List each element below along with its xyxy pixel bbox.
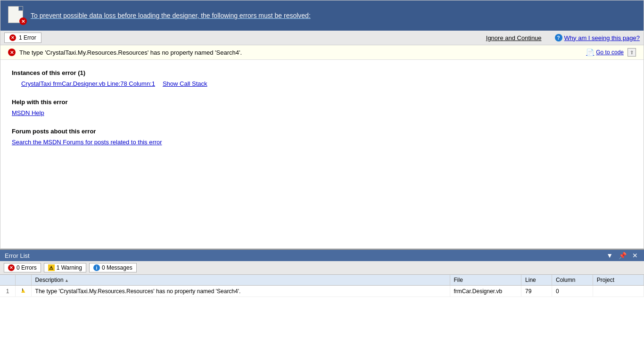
warning-icon xyxy=(20,288,26,293)
instances-section: Instances of this error (1) CrystalTaxi … xyxy=(12,69,632,87)
pin-button[interactable]: 📌 xyxy=(617,252,628,259)
header-row: Description File Line Column Project xyxy=(0,275,644,286)
error-item-row: ✕ The type 'CrystalTaxi.My.Resources.Res… xyxy=(0,45,644,60)
errors-count: 0 Errors xyxy=(17,264,37,271)
error-list-panel: Error List ▼ 📌 ✕ ✕ 0 Errors ⚠ 1 Warning … xyxy=(0,249,644,362)
show-call-stack-link[interactable]: Show Call Stack xyxy=(163,80,207,87)
warnings-filter-button[interactable]: ⚠ 1 Warning xyxy=(44,263,86,272)
help-circle-icon: ? xyxy=(555,34,562,41)
table-header: Description File Line Column Project xyxy=(0,275,644,286)
errors-icon: ✕ xyxy=(8,264,15,271)
why-link-container: ? Why am I seeing this page? xyxy=(555,34,640,41)
error-tab-bar: ✕ 1 Error Ignore and Continue ? Why am I… xyxy=(0,31,644,45)
table-body: 1 The type 'CrystalTaxi.My.Resources.Res… xyxy=(0,286,644,297)
designer-header: ✕ To prevent possible data loss before l… xyxy=(0,0,644,31)
table-row[interactable]: 1 The type 'CrystalTaxi.My.Resources.Res… xyxy=(0,286,644,297)
error-list-toolbar: ✕ 0 Errors ⚠ 1 Warning i 0 Messages xyxy=(0,261,644,275)
goto-code-icon: 📄 xyxy=(586,49,594,56)
messages-icon: i xyxy=(93,264,100,271)
row-num: 1 xyxy=(0,286,15,297)
row-description: The type 'CrystalTaxi.My.Resources.Resou… xyxy=(31,286,450,297)
help-section: Help with this error MSDN Help xyxy=(12,99,632,116)
col-description[interactable]: Description xyxy=(31,275,450,286)
titlebar-actions: ▼ 📌 ✕ xyxy=(605,252,639,259)
row-line: 79 xyxy=(521,286,552,297)
instance-list: CrystalTaxi frmCar.Designer.vb Line:78 C… xyxy=(12,80,632,87)
error-tab[interactable]: ✕ 1 Error xyxy=(4,33,41,43)
warnings-icon: ⚠ xyxy=(48,264,55,271)
file-error-icon: ✕ xyxy=(8,6,25,25)
col-num xyxy=(0,275,15,286)
messages-count: 0 Messages xyxy=(102,264,132,271)
error-tab-label: 1 Error xyxy=(19,34,36,41)
error-table-element: Description File Line Column Project 1 T… xyxy=(0,275,644,297)
designer-panel: ✕ To prevent possible data loss before l… xyxy=(0,0,644,249)
msdn-help-link[interactable]: MSDN Help xyxy=(12,109,44,116)
col-project[interactable]: Project xyxy=(593,275,644,286)
row-column: 0 xyxy=(552,286,593,297)
designer-header-text: To prevent possible data loss before loa… xyxy=(31,12,311,19)
row-file: frmCar.Designer.vb xyxy=(450,286,521,297)
warnings-count: 1 Warning xyxy=(57,264,82,271)
error-list-titlebar: Error List ▼ 📌 ✕ xyxy=(0,250,644,261)
forum-section: Forum posts about this error Search the … xyxy=(12,128,632,146)
ignore-continue-button[interactable]: Ignore and Continue xyxy=(486,34,542,41)
dropdown-button[interactable]: ▼ xyxy=(605,252,614,259)
collapse-button[interactable]: ⇧ xyxy=(627,48,636,57)
error-tab-icon: ✕ xyxy=(9,34,16,41)
error-table: Description File Line Column Project 1 T… xyxy=(0,275,644,362)
error-list-title: Error List xyxy=(5,252,603,259)
why-link[interactable]: Why am I seeing this page? xyxy=(564,34,640,41)
col-icon xyxy=(15,275,31,286)
goto-code-link[interactable]: 📄 Go to code xyxy=(586,49,624,56)
close-button[interactable]: ✕ xyxy=(631,252,639,259)
error-detail-panel: Instances of this error (1) CrystalTaxi … xyxy=(0,60,644,248)
row-icon-cell xyxy=(15,286,31,297)
error-item-text: The type 'CrystalTaxi.My.Resources.Resou… xyxy=(19,49,582,56)
instance-item-1: CrystalTaxi frmCar.Designer.vb Line:78 C… xyxy=(21,80,632,87)
col-file[interactable]: File xyxy=(450,275,521,286)
error-item-icon: ✕ xyxy=(8,49,16,56)
messages-filter-button[interactable]: i 0 Messages xyxy=(89,263,137,272)
col-line[interactable]: Line xyxy=(521,275,552,286)
errors-filter-button[interactable]: ✕ 0 Errors xyxy=(4,263,41,272)
col-column[interactable]: Column xyxy=(552,275,593,286)
goto-code-label: Go to code xyxy=(596,49,624,56)
instances-heading: Instances of this error (1) xyxy=(12,69,632,76)
forum-heading: Forum posts about this error xyxy=(12,128,632,135)
instance-link-1[interactable]: CrystalTaxi frmCar.Designer.vb Line:78 C… xyxy=(21,80,155,87)
row-project xyxy=(593,286,644,297)
forum-link[interactable]: Search the MSDN Forums for posts related… xyxy=(12,139,162,146)
error-badge-icon: ✕ xyxy=(19,17,27,25)
help-heading: Help with this error xyxy=(12,99,632,106)
